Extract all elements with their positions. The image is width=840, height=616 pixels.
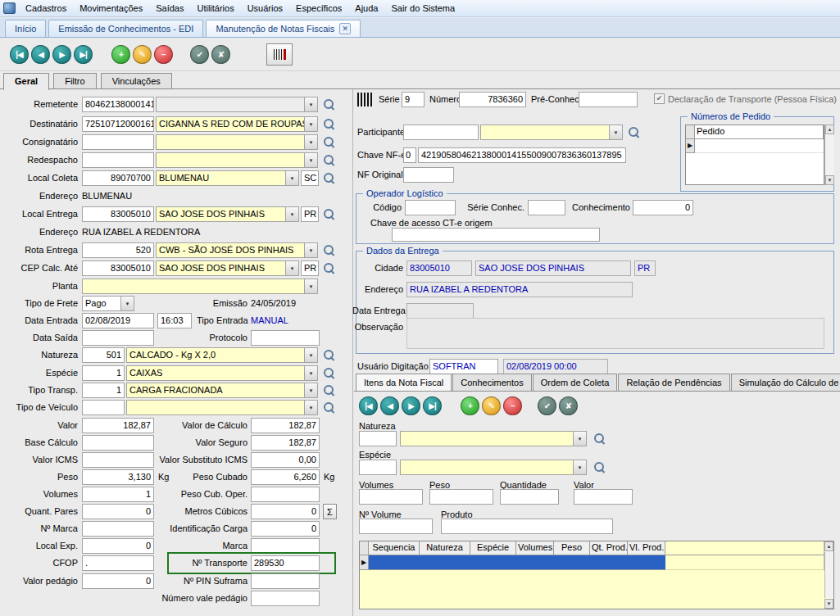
pedido-empty-row[interactable] [695,139,824,153]
col-especie[interactable]: Espécie [470,541,516,555]
local-coleta-cep-field[interactable]: 89070700 [82,170,154,186]
valor-substituto-field[interactable]: 0,00 [251,452,320,468]
menu-sair[interactable]: Sair do Sistema [384,1,461,16]
dropdown-arrow-icon[interactable] [304,97,317,111]
dropdown-arrow-icon[interactable] [304,243,317,257]
next-record-button[interactable]: ▶ [52,45,71,64]
tab-vinculacoes[interactable]: Vinculações [101,73,172,88]
redespacho-combo[interactable] [156,152,318,168]
valor-seguro-field[interactable]: 182,87 [251,435,320,451]
first-record-button[interactable]: |◀ [10,45,29,64]
dropdown-arrow-icon[interactable] [120,297,134,310]
ident-carga-field[interactable]: 0 [251,521,320,537]
peso-cubado-field[interactable]: 6,260 [251,469,320,485]
numero-field[interactable]: 7836360 [459,92,526,107]
cep-calc-search-icon[interactable] [323,262,335,274]
tipo-veiculo-search-icon[interactable] [323,401,335,414]
rota-entrega-search-icon[interactable] [323,244,335,256]
serie-field[interactable]: 9 [402,92,425,107]
col-peso[interactable]: Peso [554,541,590,555]
tab-filtro[interactable]: Filtro [53,73,96,88]
quant-pares-field[interactable]: 0 [82,504,154,519]
tipo-veiculo-code-field[interactable] [82,400,125,415]
n-transporte-field[interactable]: 289530 [251,555,320,571]
detail-volumes-field[interactable] [359,489,423,505]
volumes-field[interactable]: 1 [82,487,154,502]
detail-quantidade-field[interactable] [500,489,559,505]
detail-edit-button[interactable]: ✎ [482,396,501,415]
tab-itens-nota-fiscal[interactable]: Itens da Nota Fiscal [356,374,452,391]
detail-add-button[interactable]: + [461,396,479,415]
dropdown-arrow-icon[interactable] [304,366,317,380]
n-marca-field[interactable] [82,521,154,537]
detail-delete-button[interactable]: − [503,396,522,415]
col-sequencia[interactable]: Sequencia [369,541,420,555]
confirm-button[interactable]: ✔ [190,45,209,64]
detail-natureza-combo[interactable] [400,431,587,446]
natureza-code-field[interactable]: 501 [82,347,125,363]
detail-valor-field[interactable] [574,489,633,505]
valor-calculo-field[interactable]: 182,87 [251,418,320,433]
consignatario-search-icon[interactable] [323,136,335,148]
detail-cancel-button[interactable]: ✘ [559,396,578,415]
peso-cub-oper-field[interactable] [251,487,320,502]
tab-conhecimentos[interactable]: Conhecimentos [452,374,531,391]
edit-button[interactable]: ✎ [133,45,152,64]
data-saida-field[interactable] [82,330,154,346]
participante-search-icon[interactable] [628,126,640,138]
especie-code-field[interactable]: 1 [82,365,125,381]
col-vl-prod[interactable]: Vl. Prod. [628,541,665,555]
dropdown-arrow-icon[interactable] [304,348,317,362]
serie-conhec-field[interactable] [528,200,565,215]
detail-first-button[interactable]: |◀ [359,396,378,415]
col-volumes[interactable]: Volumes [516,541,554,555]
local-entrega-uf-field[interactable]: PR [301,206,319,222]
grid-scroll-up-icon[interactable]: ▲ [824,541,833,551]
tab-inicio[interactable]: Início [5,20,46,37]
local-coleta-search-icon[interactable] [323,172,335,184]
menu-especificos[interactable]: Específicos [289,1,348,16]
detail-n-volume-field[interactable] [359,519,433,534]
tab-geral[interactable]: Geral [3,73,49,90]
cep-calc-combo[interactable]: SAO JOSE DOS PINHAIS [156,260,299,276]
detail-peso-field[interactable] [429,489,493,505]
rota-entrega-code-field[interactable]: 520 [82,242,154,258]
col-qt-prod[interactable]: Qt. Prod. [590,541,628,555]
especie-combo[interactable]: CAIXAS [126,365,318,381]
cfop-field[interactable]: . [82,555,154,571]
menu-ajuda[interactable]: Ajuda [348,1,384,16]
operador-codigo-field[interactable] [405,200,456,215]
detail-especie-search-icon[interactable] [593,461,606,473]
menu-usuarios[interactable]: Usuários [241,1,289,16]
detail-especie-combo[interactable] [400,460,587,475]
remetente-combo[interactable] [156,97,318,112]
menu-saidas[interactable]: Saídas [149,1,190,16]
planta-combo[interactable] [82,279,318,294]
conhecimento-field[interactable]: 0 [633,200,693,215]
scroll-down-icon[interactable]: ▼ [825,175,834,185]
menu-movimentacoes[interactable]: Movimentações [73,1,149,16]
detail-next-button[interactable]: ▶ [402,396,420,415]
detail-last-button[interactable]: ▶| [423,396,442,415]
consignatario-code-field[interactable] [82,134,154,150]
tipo-transp-search-icon[interactable] [323,384,335,396]
dropdown-arrow-icon[interactable] [304,401,317,414]
local-exp-field[interactable]: 0 [82,538,154,554]
detail-confirm-button[interactable]: ✔ [538,396,556,415]
dropdown-arrow-icon[interactable] [573,432,586,446]
detail-natureza-code-field[interactable] [359,431,397,446]
dropdown-arrow-icon[interactable] [609,125,622,139]
destinatario-code-field[interactable]: 72510712000161 [82,116,154,132]
natureza-search-icon[interactable] [323,349,335,361]
pedido-column-header[interactable]: Pedido [695,125,824,139]
local-coleta-combo[interactable]: BLUMENAU [156,170,299,186]
declaracao-checkbox[interactable]: ✔ [654,93,665,104]
remetente-search-icon[interactable] [323,98,335,111]
barcode-button[interactable] [266,43,293,66]
detail-especie-code-field[interactable] [359,460,397,475]
tipo-transp-combo[interactable]: CARGA FRACIONADA [126,383,318,398]
valor-icms-field[interactable] [82,452,154,468]
base-calculo-field[interactable] [82,435,154,451]
consignatario-combo[interactable] [156,134,318,150]
valor-field[interactable]: 182,87 [82,418,154,433]
